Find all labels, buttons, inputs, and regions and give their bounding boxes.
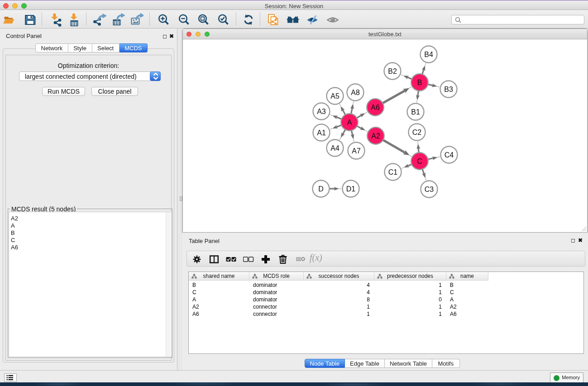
svg-text:A4: A4 [330,144,339,152]
svg-text:A7: A7 [352,147,361,155]
svg-text:D1: D1 [346,185,356,193]
svg-text:A: A [347,119,352,126]
svg-text:B2: B2 [388,67,397,75]
svg-text:C4: C4 [445,151,454,159]
svg-text:C1: C1 [388,168,398,176]
svg-text:C3: C3 [425,186,434,193]
svg-text:A2: A2 [371,132,380,140]
svg-text:A5: A5 [330,92,339,100]
svg-text:A8: A8 [351,89,360,96]
svg-text:C: C [417,157,422,165]
svg-text:A1: A1 [317,129,326,137]
svg-text:B: B [417,79,422,86]
svg-text:B1: B1 [411,108,420,116]
svg-text:A3: A3 [317,108,326,115]
svg-text:B3: B3 [444,86,453,93]
svg-text:A6: A6 [371,104,380,111]
svg-text:B4: B4 [424,51,433,58]
svg-text:D: D [318,185,324,193]
svg-text:C2: C2 [412,129,422,136]
